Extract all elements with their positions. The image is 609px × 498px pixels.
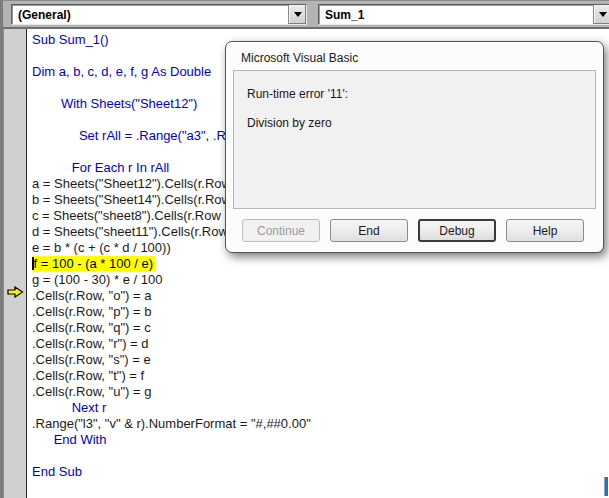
code-line: g = (100 - 30) * e / 100: [32, 272, 609, 288]
help-button[interactable]: Help: [506, 219, 584, 242]
code-line: End Sub: [32, 464, 609, 480]
object-dropdown[interactable]: (General): [11, 4, 307, 25]
error-description-text: Division by zero: [247, 116, 595, 130]
current-statement-line: f = 100 - (a * 100 / e): [32, 256, 609, 272]
triangle-down-glyph: [599, 12, 607, 17]
text-cursor: [32, 257, 34, 270]
code-line: .Cells(r.Row, "s") = e: [32, 352, 609, 368]
continue-button[interactable]: Continue: [242, 219, 320, 242]
code-window-header: (General) Sum_1: [3, 1, 609, 29]
error-dialog: Microsoft Visual Basic Run-time error '1…: [225, 41, 604, 253]
dropdown-arrow-icon[interactable]: [593, 5, 609, 24]
dialog-title: Microsoft Visual Basic: [226, 42, 603, 65]
dialog-button-row: ContinueEndDebugHelp: [242, 219, 584, 242]
error-code-text: Run-time error '11':: [247, 87, 595, 101]
code-line: .Cells(r.Row, "p") = b: [32, 304, 609, 320]
background-window-edge: [604, 477, 608, 496]
code-line: .Cells(r.Row, "o") = a: [32, 288, 609, 304]
dropdown-arrow-icon[interactable]: [288, 5, 306, 24]
code-line: Next r: [32, 400, 609, 416]
procedure-dropdown[interactable]: Sum_1: [318, 4, 609, 25]
code-line: End With: [32, 432, 609, 448]
code-line: .Cells(r.Row, "u") = g: [32, 384, 609, 400]
code-line: .Cells(r.Row, "q") = c: [32, 320, 609, 336]
code-line: [32, 448, 609, 464]
margin-indicator-bar[interactable]: [3, 29, 27, 498]
procedure-dropdown-value: Sum_1: [319, 8, 593, 22]
execution-arrow-icon: [7, 286, 24, 298]
code-line: .Range("l3", "v" & r).NumberFormat = "#,…: [32, 416, 609, 432]
vba-editor-window: (General) Sum_1 Sub Sum_1() Dim a, b, c,…: [0, 0, 609, 498]
code-line: .Cells(r.Row, "t") = f: [32, 368, 609, 384]
end-button[interactable]: End: [330, 219, 408, 242]
code-line: .Cells(r.Row, "r") = d: [32, 336, 609, 352]
triangle-down-glyph: [294, 12, 302, 17]
error-message-panel: Run-time error '11': Division by zero: [233, 70, 596, 209]
debug-button[interactable]: Debug: [418, 219, 496, 242]
object-dropdown-value: (General): [12, 8, 288, 22]
